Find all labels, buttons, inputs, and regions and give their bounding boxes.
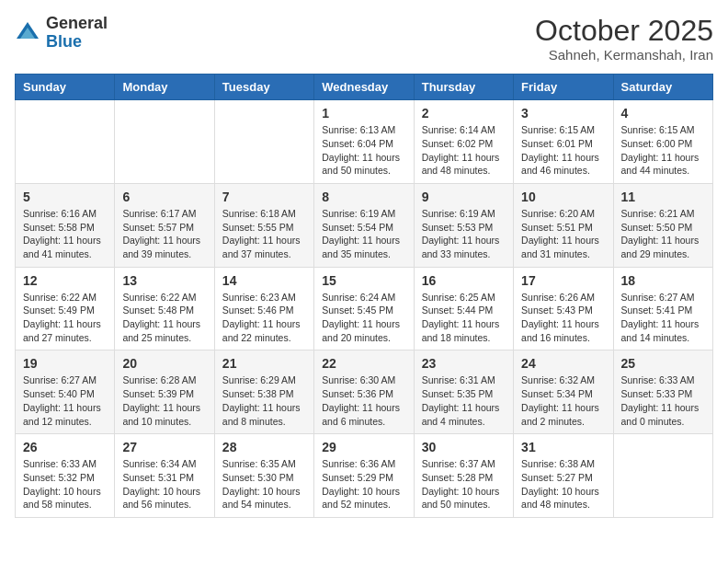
- table-row: 25Sunrise: 6:33 AM Sunset: 5:33 PM Dayli…: [613, 350, 712, 434]
- day-number: 9: [422, 190, 506, 204]
- header-wednesday: Wednesday: [314, 75, 414, 100]
- day-number: 31: [521, 440, 605, 454]
- calendar-week-row: 26Sunrise: 6:33 AM Sunset: 5:32 PM Dayli…: [16, 434, 713, 518]
- day-number: 26: [23, 440, 107, 454]
- table-row: [214, 100, 313, 184]
- day-number: 17: [521, 273, 605, 288]
- day-number: 16: [422, 273, 506, 288]
- day-info: Sunrise: 6:26 AM Sunset: 5:43 PM Dayligh…: [521, 291, 605, 345]
- day-number: 25: [621, 356, 705, 371]
- calendar-week-row: 1Sunrise: 6:13 AM Sunset: 6:04 PM Daylig…: [16, 100, 713, 184]
- calendar-table: Sunday Monday Tuesday Wednesday Thursday…: [15, 74, 713, 518]
- day-info: Sunrise: 6:36 AM Sunset: 5:29 PM Dayligh…: [322, 457, 405, 511]
- day-info: Sunrise: 6:34 AM Sunset: 5:31 PM Dayligh…: [122, 457, 206, 511]
- table-row: 24Sunrise: 6:32 AM Sunset: 5:34 PM Dayli…: [514, 350, 613, 434]
- table-row: 30Sunrise: 6:37 AM Sunset: 5:28 PM Dayli…: [414, 434, 513, 518]
- table-row: 21Sunrise: 6:29 AM Sunset: 5:38 PM Dayli…: [214, 350, 313, 434]
- table-row: 10Sunrise: 6:20 AM Sunset: 5:51 PM Dayli…: [514, 183, 613, 267]
- table-row: [115, 100, 214, 184]
- table-row: 17Sunrise: 6:26 AM Sunset: 5:43 PM Dayli…: [514, 267, 613, 350]
- day-number: 29: [322, 440, 405, 454]
- day-info: Sunrise: 6:30 AM Sunset: 5:36 PM Dayligh…: [322, 373, 405, 428]
- day-number: 5: [23, 190, 107, 204]
- weekday-header-row: Sunday Monday Tuesday Wednesday Thursday…: [16, 75, 713, 100]
- table-row: 15Sunrise: 6:24 AM Sunset: 5:45 PM Dayli…: [314, 267, 414, 350]
- day-number: 13: [122, 273, 206, 288]
- day-info: Sunrise: 6:15 AM Sunset: 6:00 PM Dayligh…: [621, 123, 705, 178]
- title-area: October 2025 Sahneh, Kermanshah, Iran: [535, 15, 713, 63]
- day-number: 2: [422, 106, 506, 121]
- location-subtitle: Sahneh, Kermanshah, Iran: [535, 47, 713, 63]
- day-info: Sunrise: 6:16 AM Sunset: 5:58 PM Dayligh…: [23, 207, 107, 261]
- table-row: 12Sunrise: 6:22 AM Sunset: 5:49 PM Dayli…: [16, 267, 115, 350]
- day-info: Sunrise: 6:24 AM Sunset: 5:45 PM Dayligh…: [322, 291, 405, 345]
- day-info: Sunrise: 6:18 AM Sunset: 5:55 PM Dayligh…: [222, 207, 306, 261]
- day-info: Sunrise: 6:33 AM Sunset: 5:32 PM Dayligh…: [23, 457, 107, 511]
- table-row: 26Sunrise: 6:33 AM Sunset: 5:32 PM Dayli…: [16, 434, 115, 518]
- day-info: Sunrise: 6:13 AM Sunset: 6:04 PM Dayligh…: [322, 123, 405, 178]
- header-thursday: Thursday: [414, 75, 513, 100]
- day-info: Sunrise: 6:31 AM Sunset: 5:35 PM Dayligh…: [422, 373, 506, 428]
- day-info: Sunrise: 6:17 AM Sunset: 5:57 PM Dayligh…: [122, 207, 206, 261]
- day-info: Sunrise: 6:27 AM Sunset: 5:41 PM Dayligh…: [621, 291, 705, 345]
- table-row: 14Sunrise: 6:23 AM Sunset: 5:46 PM Dayli…: [214, 267, 313, 350]
- table-row: 11Sunrise: 6:21 AM Sunset: 5:50 PM Dayli…: [613, 183, 712, 267]
- day-info: Sunrise: 6:28 AM Sunset: 5:39 PM Dayligh…: [122, 373, 206, 428]
- month-title: October 2025: [535, 15, 713, 47]
- table-row: 5Sunrise: 6:16 AM Sunset: 5:58 PM Daylig…: [16, 183, 115, 267]
- day-number: 6: [122, 190, 206, 204]
- day-info: Sunrise: 6:19 AM Sunset: 5:54 PM Dayligh…: [322, 207, 405, 261]
- table-row: 16Sunrise: 6:25 AM Sunset: 5:44 PM Dayli…: [414, 267, 513, 350]
- day-number: 21: [222, 356, 306, 371]
- day-number: 4: [621, 106, 705, 121]
- day-number: 19: [23, 356, 107, 371]
- table-row: 6Sunrise: 6:17 AM Sunset: 5:57 PM Daylig…: [115, 183, 214, 267]
- day-info: Sunrise: 6:20 AM Sunset: 5:51 PM Dayligh…: [521, 207, 605, 261]
- day-number: 18: [621, 273, 705, 288]
- day-number: 20: [122, 356, 206, 371]
- header-tuesday: Tuesday: [214, 75, 313, 100]
- table-row: 4Sunrise: 6:15 AM Sunset: 6:00 PM Daylig…: [613, 100, 712, 184]
- table-row: [613, 434, 712, 518]
- day-number: 3: [521, 106, 605, 121]
- table-row: 23Sunrise: 6:31 AM Sunset: 5:35 PM Dayli…: [414, 350, 513, 434]
- day-number: 28: [222, 440, 306, 454]
- day-info: Sunrise: 6:22 AM Sunset: 5:49 PM Dayligh…: [23, 291, 107, 345]
- day-info: Sunrise: 6:35 AM Sunset: 5:30 PM Dayligh…: [222, 457, 306, 511]
- day-info: Sunrise: 6:23 AM Sunset: 5:46 PM Dayligh…: [222, 291, 306, 345]
- day-number: 10: [521, 190, 605, 204]
- table-row: 13Sunrise: 6:22 AM Sunset: 5:48 PM Dayli…: [115, 267, 214, 350]
- day-number: 24: [521, 356, 605, 371]
- table-row: 20Sunrise: 6:28 AM Sunset: 5:39 PM Dayli…: [115, 350, 214, 434]
- day-number: 11: [621, 190, 705, 204]
- day-number: 22: [322, 356, 405, 371]
- day-info: Sunrise: 6:15 AM Sunset: 6:01 PM Dayligh…: [521, 123, 605, 178]
- table-row: 7Sunrise: 6:18 AM Sunset: 5:55 PM Daylig…: [214, 183, 313, 267]
- calendar-week-row: 19Sunrise: 6:27 AM Sunset: 5:40 PM Dayli…: [16, 350, 713, 434]
- logo-text: General Blue: [46, 15, 108, 52]
- table-row: 28Sunrise: 6:35 AM Sunset: 5:30 PM Dayli…: [214, 434, 313, 518]
- table-row: 9Sunrise: 6:19 AM Sunset: 5:53 PM Daylig…: [414, 183, 513, 267]
- table-row: 27Sunrise: 6:34 AM Sunset: 5:31 PM Dayli…: [115, 434, 214, 518]
- day-info: Sunrise: 6:29 AM Sunset: 5:38 PM Dayligh…: [222, 373, 306, 428]
- day-number: 14: [222, 273, 306, 288]
- table-row: 3Sunrise: 6:15 AM Sunset: 6:01 PM Daylig…: [514, 100, 613, 184]
- day-number: 12: [23, 273, 107, 288]
- day-number: 30: [422, 440, 506, 454]
- table-row: 22Sunrise: 6:30 AM Sunset: 5:36 PM Dayli…: [314, 350, 414, 434]
- day-number: 1: [322, 106, 405, 121]
- header-monday: Monday: [115, 75, 214, 100]
- day-info: Sunrise: 6:21 AM Sunset: 5:50 PM Dayligh…: [621, 207, 705, 261]
- table-row: 1Sunrise: 6:13 AM Sunset: 6:04 PM Daylig…: [314, 100, 414, 184]
- day-info: Sunrise: 6:32 AM Sunset: 5:34 PM Dayligh…: [521, 373, 605, 428]
- day-info: Sunrise: 6:14 AM Sunset: 6:02 PM Dayligh…: [422, 123, 506, 178]
- header-friday: Friday: [514, 75, 613, 100]
- table-row: [16, 100, 115, 184]
- calendar-week-row: 5Sunrise: 6:16 AM Sunset: 5:58 PM Daylig…: [16, 183, 713, 267]
- day-info: Sunrise: 6:38 AM Sunset: 5:27 PM Dayligh…: [521, 457, 605, 511]
- day-number: 8: [322, 190, 405, 204]
- day-info: Sunrise: 6:37 AM Sunset: 5:28 PM Dayligh…: [422, 457, 506, 511]
- day-number: 23: [422, 356, 506, 371]
- logo: General Blue: [15, 15, 108, 52]
- day-number: 15: [322, 273, 405, 288]
